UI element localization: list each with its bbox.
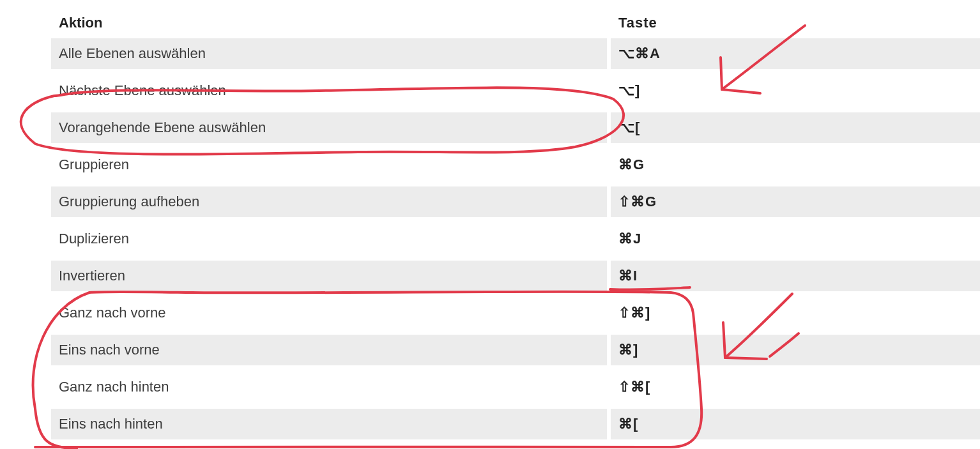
cell-key: ⌘] <box>611 335 980 365</box>
header-action: Aktion <box>51 8 607 38</box>
table-row: Invertieren⌘I <box>51 261 980 291</box>
cell-action: Eins nach vorne <box>51 335 607 365</box>
cell-action: Vorangehende Ebene auswählen <box>51 112 607 143</box>
table-body: Alle Ebenen auswählen⌥⌘ANächste Ebene au… <box>51 38 980 439</box>
cell-key: ⌘J <box>611 224 980 254</box>
cell-action: Nächste Ebene auswählen <box>51 75 607 106</box>
table-row: Gruppieren⌘G <box>51 149 980 180</box>
cell-key: ⌘I <box>611 261 980 291</box>
table-row: Gruppierung aufheben⇧⌘G <box>51 186 980 217</box>
cell-action: Gruppierung aufheben <box>51 186 607 217</box>
cell-action: Eins nach hinten <box>51 409 607 439</box>
table-row: Nächste Ebene auswählen⌥] <box>51 75 980 106</box>
cell-key: ⌘[ <box>611 409 980 439</box>
table-row: Eins nach vorne⌘] <box>51 335 980 365</box>
cell-key: ⌘G <box>611 149 980 180</box>
table-row: Ganz nach vorne⇧⌘] <box>51 298 980 328</box>
cell-key: ⇧⌘[ <box>611 372 980 402</box>
cell-key: ⇧⌘] <box>611 298 980 328</box>
table-row: Vorangehende Ebene auswählen⌥[ <box>51 112 980 143</box>
table-row: Ganz nach hinten⇧⌘[ <box>51 372 980 402</box>
cell-action: Ganz nach vorne <box>51 298 607 328</box>
cell-action: Alle Ebenen auswählen <box>51 38 607 69</box>
cell-action: Duplizieren <box>51 224 607 254</box>
table-row: Eins nach hinten⌘[ <box>51 409 980 439</box>
cell-key: ⌥[ <box>611 112 980 143</box>
shortcuts-table: Aktion Taste Alle Ebenen auswählen⌥⌘ANäc… <box>51 8 980 439</box>
header-key: Taste <box>611 8 980 38</box>
cell-key: ⇧⌘G <box>611 186 980 217</box>
cell-action: Invertieren <box>51 261 607 291</box>
cell-key: ⌥] <box>611 75 980 106</box>
table-row: Duplizieren⌘J <box>51 224 980 254</box>
cell-key: ⌥⌘A <box>611 38 980 69</box>
cell-action: Gruppieren <box>51 149 607 180</box>
table-header-row: Aktion Taste <box>51 8 980 38</box>
table-row: Alle Ebenen auswählen⌥⌘A <box>51 38 980 69</box>
cell-action: Ganz nach hinten <box>51 372 607 402</box>
